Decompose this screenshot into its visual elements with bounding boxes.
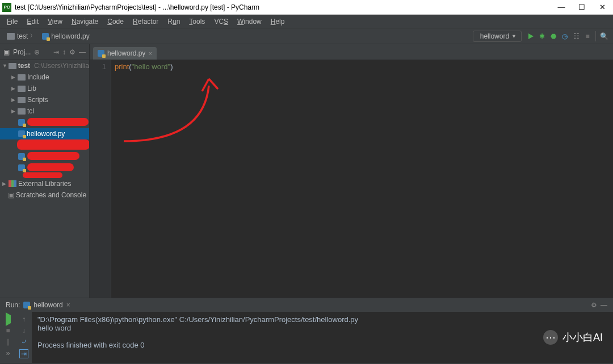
external-libs-label: External Libraries bbox=[18, 180, 71, 188]
python-file-icon bbox=[18, 164, 25, 171]
run-config-selector[interactable]: helloword ▼ bbox=[473, 31, 522, 42]
code-editor[interactable]: 1 print("hello word") bbox=[90, 60, 613, 298]
run-panel-header[interactable]: Run: helloword × ⚙ — bbox=[0, 298, 613, 312]
breadcrumb-file-label: helloword.py bbox=[51, 32, 89, 40]
redaction-mark bbox=[17, 139, 89, 150]
menu-navigate[interactable]: Navigate bbox=[68, 16, 102, 27]
window-title: test [C:\Users\Yinizhilian\PycharmProjec… bbox=[15, 3, 557, 11]
folder-icon bbox=[18, 86, 26, 92]
breadcrumb-project-label: test bbox=[17, 32, 28, 40]
folder-icon bbox=[18, 74, 26, 81]
line-gutter: 1 bbox=[90, 60, 111, 298]
gear-icon[interactable]: ⚙ bbox=[591, 301, 597, 309]
run-line: "D:\Program Files(x86)\python\python.exe… bbox=[37, 315, 358, 324]
run-line: hello word bbox=[37, 324, 71, 332]
rerun-button[interactable] bbox=[6, 315, 11, 323]
project-sidebar: ▣ Proj... ⊕ ⇥ ↕ ⚙ — ▼ test C:\Users\Yini… bbox=[0, 44, 90, 298]
run-line: Process finished with exit code 0 bbox=[37, 341, 145, 349]
tree-root-name: test bbox=[18, 62, 30, 70]
project-tree[interactable]: ▼ test C:\Users\Yinizhilia ▶Include ▶Lib… bbox=[0, 60, 89, 298]
menu-edit[interactable]: Edit bbox=[23, 16, 42, 27]
run-button[interactable] bbox=[525, 31, 536, 42]
minimize-button[interactable]: — bbox=[557, 3, 565, 11]
breadcrumb-project[interactable]: test 〉 bbox=[3, 31, 39, 41]
project-panel-title: Proj... bbox=[13, 48, 31, 56]
profile-button[interactable]: ◷ bbox=[559, 31, 570, 42]
scroll-end-button[interactable]: ⇥ bbox=[19, 349, 28, 358]
tree-folder[interactable]: ▶Include bbox=[0, 71, 89, 83]
hide-panel-icon[interactable]: — bbox=[601, 301, 607, 309]
play-icon bbox=[6, 312, 11, 326]
python-file-icon bbox=[42, 33, 49, 40]
coverage-button[interactable]: ⬣ bbox=[548, 31, 559, 42]
menu-vcs[interactable]: VCS bbox=[211, 16, 232, 27]
line-number: 1 bbox=[90, 62, 106, 71]
attach-button[interactable]: ☷ bbox=[570, 31, 582, 42]
search-button[interactable]: 🔍 bbox=[598, 31, 610, 42]
stop-button[interactable]: ■ bbox=[582, 31, 593, 42]
tree-file-label: helloword.py bbox=[27, 130, 65, 138]
token-keyword: print bbox=[115, 62, 129, 71]
python-file-icon bbox=[98, 50, 104, 57]
tree-folder-label: tcl bbox=[27, 107, 34, 115]
tree-external-libs[interactable]: ▶External Libraries bbox=[0, 178, 89, 189]
code-text[interactable]: print("hello word") bbox=[111, 60, 173, 298]
tree-root[interactable]: ▼ test C:\Users\Yinizhilia bbox=[0, 60, 89, 71]
run-body: ■ ∥ » ↑ ↓ ⤶ ⇥ "D:\Program Files(x86)\pyt… bbox=[0, 312, 613, 363]
debug-button[interactable]: ✱ bbox=[536, 31, 548, 42]
menu-view[interactable]: View bbox=[44, 16, 66, 27]
menu-window[interactable]: Window bbox=[234, 16, 265, 27]
up-button[interactable]: ↑ bbox=[22, 315, 26, 323]
tree-scratches[interactable]: ▣Scratches and Console bbox=[0, 189, 89, 201]
close-button[interactable]: ✕ bbox=[598, 3, 606, 11]
folder-icon bbox=[7, 33, 15, 40]
scratches-label: Scratches and Console bbox=[16, 191, 86, 199]
tree-folder-label: Scripts bbox=[27, 96, 48, 104]
window-titlebar: PC test [C:\Users\Yinizhilian\PycharmPro… bbox=[0, 0, 613, 15]
tree-folder[interactable]: ▶tcl bbox=[0, 105, 89, 117]
menu-run[interactable]: Run bbox=[164, 16, 183, 27]
editor-tabbar: helloword.py × bbox=[90, 44, 613, 60]
menu-bar: File Edit View Navigate Code Refactor Ru… bbox=[0, 15, 613, 28]
tree-file-selected[interactable]: helloword.py bbox=[0, 128, 89, 139]
run-panel-label: Run: bbox=[6, 301, 20, 309]
stop-run-button[interactable]: ■ bbox=[6, 327, 10, 335]
menu-code[interactable]: Code bbox=[104, 16, 127, 27]
tree-folder[interactable]: ▶Scripts bbox=[0, 94, 89, 105]
close-tab-icon[interactable]: × bbox=[148, 50, 152, 57]
folder-icon bbox=[9, 63, 16, 69]
breadcrumb-file[interactable]: helloword.py bbox=[39, 31, 93, 41]
menu-file[interactable]: File bbox=[3, 16, 21, 27]
chevron-down-icon: ▼ bbox=[511, 33, 517, 39]
wechat-icon: ⋯ bbox=[543, 330, 558, 345]
tree-folder-label: Lib bbox=[27, 84, 36, 92]
folder-icon bbox=[18, 108, 26, 115]
down-button[interactable]: ↓ bbox=[22, 327, 26, 335]
menu-help[interactable]: Help bbox=[267, 16, 288, 27]
token-string: "hello word" bbox=[132, 62, 171, 71]
watermark-text: 小小白AI bbox=[562, 331, 603, 344]
nav-bar: test 〉 helloword.py helloword ▼ ✱ ⬣ ◷ ☷ … bbox=[0, 28, 613, 44]
tree-folder[interactable]: ▶Lib bbox=[0, 83, 89, 94]
libraries-icon bbox=[9, 180, 16, 187]
main-area: ▣ Proj... ⊕ ⇥ ↕ ⚙ — ▼ test C:\Users\Yini… bbox=[0, 44, 613, 298]
python-file-icon bbox=[18, 153, 25, 160]
redaction-mark bbox=[27, 152, 79, 160]
soft-wrap-button[interactable]: ⤶ bbox=[21, 338, 27, 346]
project-panel-header[interactable]: ▣ Proj... ⊕ ⇥ ↕ ⚙ — bbox=[0, 44, 89, 60]
expand-button[interactable]: » bbox=[6, 349, 10, 357]
editor-tab-label: helloword.py bbox=[107, 49, 145, 57]
menu-refactor[interactable]: Refactor bbox=[129, 16, 162, 27]
pause-button[interactable]: ∥ bbox=[6, 338, 10, 346]
separator bbox=[595, 31, 596, 41]
menu-tools[interactable]: Tools bbox=[186, 16, 208, 27]
chevron-right-icon: 〉 bbox=[30, 32, 35, 40]
redaction-mark bbox=[27, 163, 74, 171]
pycharm-icon: PC bbox=[2, 3, 11, 12]
editor-tab[interactable]: helloword.py × bbox=[93, 47, 157, 60]
redaction-mark bbox=[27, 118, 89, 126]
run-output[interactable]: "D:\Program Files(x86)\python\python.exe… bbox=[32, 312, 613, 363]
python-file-icon bbox=[18, 130, 25, 137]
redaction-mark bbox=[23, 172, 62, 178]
maximize-button[interactable]: ☐ bbox=[578, 3, 586, 11]
